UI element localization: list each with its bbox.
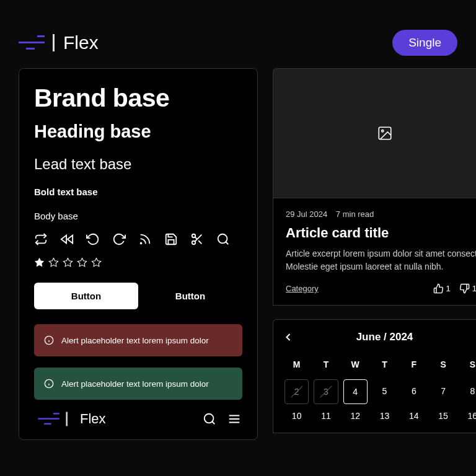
rss-icon[interactable] — [138, 232, 152, 246]
calendar-dow: S — [428, 359, 457, 379]
svg-point-2 — [192, 241, 196, 245]
like-count: 1 — [446, 284, 451, 293]
alert-text: Alert placeholder text lorem ipsum dolor — [61, 336, 209, 345]
logo-mark-icon — [19, 35, 48, 50]
logo-text: Flex — [63, 32, 99, 53]
calendar-day[interactable]: 13 — [370, 404, 399, 428]
repeat-icon[interactable] — [34, 232, 48, 246]
article-meta: 29 Jul 2024 7 min read — [286, 209, 476, 219]
star-rating[interactable] — [34, 257, 242, 268]
calendar-day[interactable]: 6 — [399, 379, 428, 404]
logo: Flex — [19, 32, 99, 53]
button-dark[interactable]: Button — [138, 283, 242, 309]
body-text: Body base — [34, 211, 242, 221]
calendar-day-selected[interactable]: 4 — [343, 379, 368, 404]
calendar-dow: T — [370, 359, 399, 379]
svg-point-1 — [192, 234, 196, 238]
dislike-button[interactable]: 1 — [459, 283, 476, 294]
bold-text: Bold text base — [34, 187, 242, 197]
subheader: Flex — [34, 411, 242, 427]
article-excerpt: Article excerpt lorem ipsum dolor sit am… — [286, 247, 476, 273]
calendar-dow: M — [282, 359, 311, 379]
article-card: 29 Jul 2024 7 min read Article card titl… — [273, 198, 476, 306]
calendar-dow: F — [399, 359, 428, 379]
calendar-day: 2 — [284, 379, 309, 404]
dislike-count: 1 — [472, 284, 476, 293]
calendar-day[interactable]: 11 — [311, 404, 340, 428]
calendar-day[interactable]: 5 — [370, 379, 399, 404]
calendar-day[interactable]: 15 — [428, 404, 457, 428]
calendar-day[interactable]: 8 — [458, 379, 476, 404]
calendar-day[interactable]: 12 — [341, 404, 370, 428]
menu-icon[interactable] — [227, 412, 241, 426]
search-icon[interactable] — [203, 412, 216, 426]
lead-text: Lead text base — [34, 156, 242, 173]
article-date: 29 Jul 2024 — [286, 209, 327, 219]
rewind-icon[interactable] — [60, 232, 74, 246]
subheader-logo-text: Flex — [80, 411, 106, 427]
article-title: Article card title — [286, 225, 389, 241]
calendar-dow: T — [311, 359, 340, 379]
calendar-dow: S — [458, 359, 476, 379]
thumbs-up-icon — [433, 283, 444, 294]
calendar-day: 3 — [314, 379, 338, 404]
article-image-placeholder — [273, 68, 476, 198]
heading-base: Heading base — [34, 121, 242, 142]
svg-point-0 — [141, 243, 142, 244]
calendar-day[interactable]: 10 — [282, 404, 311, 428]
calendar-title: June / 2024 — [356, 331, 413, 343]
image-icon — [377, 125, 393, 141]
subheader-logo: Flex — [35, 411, 106, 427]
like-button[interactable]: 1 — [433, 283, 451, 294]
calendar-dow: W — [341, 359, 370, 379]
rotate-ccw-icon[interactable] — [86, 232, 100, 246]
button-light[interactable]: Button — [34, 283, 138, 309]
info-icon — [44, 379, 54, 389]
typography-panel: Brand base Heading base Lead text base B… — [19, 68, 258, 440]
alert-text: Alert placeholder text lorem ipsum dolor — [61, 379, 209, 389]
single-button[interactable]: Single — [392, 30, 457, 56]
info-icon — [44, 335, 54, 345]
star-icon[interactable] — [63, 257, 73, 268]
star-icon[interactable] — [77, 257, 87, 268]
logo-mark-icon — [38, 413, 62, 425]
save-icon[interactable] — [164, 232, 178, 246]
scissors-icon[interactable] — [190, 232, 204, 246]
star-icon[interactable] — [91, 257, 102, 268]
star-icon[interactable] — [48, 257, 59, 268]
article-category-link[interactable]: Category — [286, 284, 319, 293]
brand-heading: Brand base — [34, 84, 242, 113]
alert-error: Alert placeholder text lorem ipsum dolor — [34, 324, 242, 356]
search-icon[interactable] — [216, 232, 230, 246]
rotate-cw-icon[interactable] — [112, 232, 126, 246]
calendar: June / 2024 M T W T F S S 2 3 4 5 6 7 8 … — [273, 319, 476, 433]
svg-point-8 — [381, 130, 383, 132]
calendar-prev-icon[interactable] — [282, 331, 294, 343]
article-read-time: 7 min read — [336, 209, 374, 219]
calendar-day[interactable]: 14 — [399, 404, 428, 428]
thumbs-down-icon — [459, 283, 470, 294]
calendar-day[interactable]: 16 — [458, 404, 476, 428]
svg-point-6 — [205, 414, 214, 423]
calendar-day[interactable]: 7 — [428, 379, 457, 404]
svg-point-3 — [218, 234, 227, 244]
alert-success: Alert placeholder text lorem ipsum dolor — [34, 368, 242, 400]
icon-row — [34, 232, 242, 246]
star-icon[interactable] — [34, 257, 45, 268]
